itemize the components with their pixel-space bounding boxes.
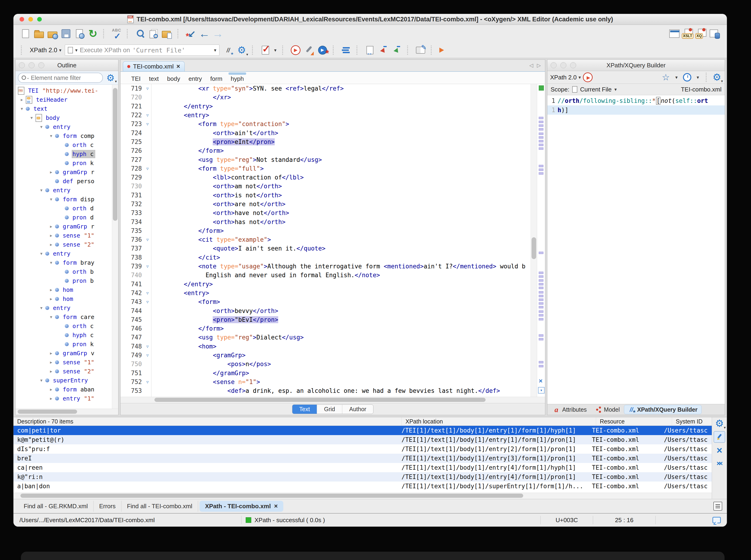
outline-tree-item-pron[interactable]: prond [18, 213, 118, 222]
occurrence-marker[interactable] [539, 117, 544, 119]
code-line-750[interactable]: 750 <pos>n</pos> [120, 360, 531, 368]
expander-right-icon[interactable]: ▶ [47, 351, 55, 356]
minimize-window-button[interactable] [28, 17, 33, 22]
occurrence-marker[interactable] [539, 168, 544, 171]
expander-right-icon[interactable]: ▶ [47, 170, 55, 174]
column-header-system-id[interactable]: System ID [672, 417, 712, 425]
expander-down-icon[interactable]: ▼ [47, 315, 55, 319]
fold-toggle-icon[interactable]: ▽ [144, 111, 152, 120]
back-icon[interactable] [199, 28, 210, 39]
wrench-icon[interactable] [303, 45, 315, 56]
view-list-icon[interactable] [713, 502, 722, 511]
code-line-724[interactable]: 724 <orth>ain't</orth> [120, 128, 531, 137]
expander-down-icon[interactable]: ▼ [37, 188, 45, 193]
expander-right-icon[interactable]: ▶ [47, 387, 55, 392]
occurrence-marker[interactable] [539, 121, 544, 123]
code-line-736[interactable]: 736▽ <cit type="example"> [120, 235, 531, 244]
code-line-728[interactable]: 728▽ <form type="full"> [120, 164, 531, 173]
column-header-description[interactable]: Description - 70 items [14, 417, 401, 425]
edit-review-icon[interactable] [415, 45, 426, 56]
output-tab-errors[interactable]: Errors [94, 501, 121, 512]
expander-down-icon[interactable]: ▼ [28, 116, 36, 120]
code-line-722[interactable]: 722▽ <entry> [120, 111, 531, 120]
editor-tab-tei-combo[interactable]: TEI-combo.xml × [123, 61, 185, 71]
expander-down-icon[interactable]: ▼ [37, 125, 45, 129]
xpath-version-selector[interactable]: XPath 2.0 ▾ [30, 47, 62, 54]
occurrence-marker[interactable] [539, 295, 544, 297]
configure-layout-icon[interactable] [669, 28, 680, 39]
expander-right-icon[interactable]: ▶ [47, 360, 55, 364]
clear-highlights-icon[interactable]: × [539, 378, 542, 384]
mode-grid-button[interactable]: Grid [317, 405, 342, 414]
fold-toggle-icon[interactable]: ▽ [144, 262, 152, 271]
outline-tree-item-hom[interactable]: ▶hom [18, 285, 118, 294]
breadcrumb-item-text[interactable]: text [149, 75, 159, 82]
column-header-xpath-location[interactable]: XPath location [401, 417, 596, 425]
find-resource-icon[interactable] [162, 28, 173, 39]
code-line-742[interactable]: 742▽ <entry> [120, 288, 531, 297]
editor-horizontal-scrollbar[interactable] [120, 397, 545, 403]
code-line-751[interactable]: 751 </gramGrp> [120, 369, 531, 378]
outline-tree-item-form[interactable]: ▼formcomp [18, 132, 118, 140]
code-line-726[interactable]: 726 </form> [120, 146, 531, 155]
outline-tree-item-form[interactable]: ▼formcare [18, 313, 118, 322]
outline-tree-item-hyph[interactable]: hyphc [18, 331, 118, 340]
outline-tree-item-teiHeader[interactable]: ▶teiHeader [18, 95, 118, 104]
outline-tree-item-TEI[interactable]: TEI"http://www.tei- [18, 86, 118, 95]
outline-tree-item-pron[interactable]: pronk [18, 159, 118, 168]
ruler-menu-icon[interactable]: ▾ [538, 387, 545, 394]
occurrence-marker[interactable] [539, 314, 544, 317]
code-line-739[interactable]: 739▽ <note type="usage">Although the int… [120, 262, 531, 271]
expander-right-icon[interactable]: ▶ [47, 369, 55, 374]
result-row[interactable]: a|ban|don/TEI[1]/text[1]/body[1]/superEn… [14, 482, 712, 491]
xpath-star-icon[interactable] [223, 45, 234, 56]
find-in-files-icon[interactable] [148, 28, 159, 39]
outline-settings-gear-icon[interactable] [105, 73, 116, 83]
occurrence-marker[interactable] [539, 306, 544, 308]
xpath-query-line[interactable]: 1h)] [547, 105, 725, 115]
save-url-icon[interactable] [74, 28, 85, 39]
close-tab-icon[interactable]: × [177, 63, 180, 69]
outline-tree-item-orth[interactable]: orthc [18, 322, 118, 331]
occurrence-marker[interactable] [539, 147, 544, 150]
outline-tree-item-orth[interactable]: orthc [18, 140, 118, 149]
outline-tree-item-def[interactable]: defperso [18, 177, 118, 186]
save-icon[interactable] [60, 28, 72, 39]
occurrence-marker[interactable] [539, 275, 544, 278]
code-line-721[interactable]: 721 </entry> [120, 102, 531, 111]
expander-right-icon[interactable]: ▶ [47, 297, 55, 301]
outline-horizontal-scrollbar[interactable] [16, 408, 118, 415]
result-row[interactable]: dIs"pru:f/TEI[1]/text[1]/body[1]/entry[2… [14, 444, 712, 454]
fold-toggle-icon[interactable]: ▽ [144, 288, 152, 297]
occurrence-marker[interactable] [539, 299, 544, 301]
scope-value[interactable]: Current File [580, 86, 612, 93]
code-line-746[interactable]: 746 </form> [120, 324, 531, 333]
outline-tree-item-orth[interactable]: orthd [18, 204, 118, 213]
xpath-query-editor[interactable]: 1//orth/following-sibling::*[not(self::o… [547, 95, 725, 404]
scroll-tabs-right-icon[interactable]: ▷ [537, 62, 541, 68]
panel-tab-model[interactable]: Model [591, 405, 624, 414]
fold-toggle-icon[interactable]: ▽ [144, 342, 152, 351]
occurrence-marker[interactable] [539, 318, 544, 320]
expander-down-icon[interactable]: ▼ [47, 260, 55, 265]
occurrence-marker[interactable] [539, 334, 544, 337]
code-line-735[interactable]: 735 </form> [120, 226, 531, 235]
remove-icon[interactable] [714, 445, 725, 456]
fold-toggle-icon[interactable]: ▽ [144, 378, 152, 386]
scroll-tabs-left-icon[interactable]: ◁ [529, 62, 533, 68]
debug-transformation-icon[interactable]: * [317, 45, 328, 56]
occurrence-marker[interactable] [539, 361, 544, 363]
outline-tree-item-entry[interactable]: ▼entry [18, 186, 118, 195]
code-line-723[interactable]: 723▽ <form type="contraction"> [120, 120, 531, 128]
panel-tab-xpath[interactable]: XPath/XQuery Builder [624, 405, 701, 414]
expander-down-icon[interactable]: ▼ [37, 306, 45, 310]
output-tab-xpath-tei-combo-xml[interactable]: XPath - TEI-combo.xml× [199, 501, 283, 512]
expander-right-icon[interactable]: ▶ [47, 242, 55, 247]
code-line-749[interactable]: 749▽ <gramGrp> [120, 351, 531, 360]
occurrence-marker[interactable] [539, 124, 544, 127]
outline-tree-item-form[interactable]: ▶formaban [18, 385, 118, 394]
outline-tree-item-form[interactable]: ▼formdisp [18, 195, 118, 204]
column-header-resource[interactable]: Resource [596, 417, 672, 425]
outline-tree-item-gramGrp[interactable]: ▶gramGrpv [18, 349, 118, 358]
flag-icon[interactable] [439, 45, 445, 56]
